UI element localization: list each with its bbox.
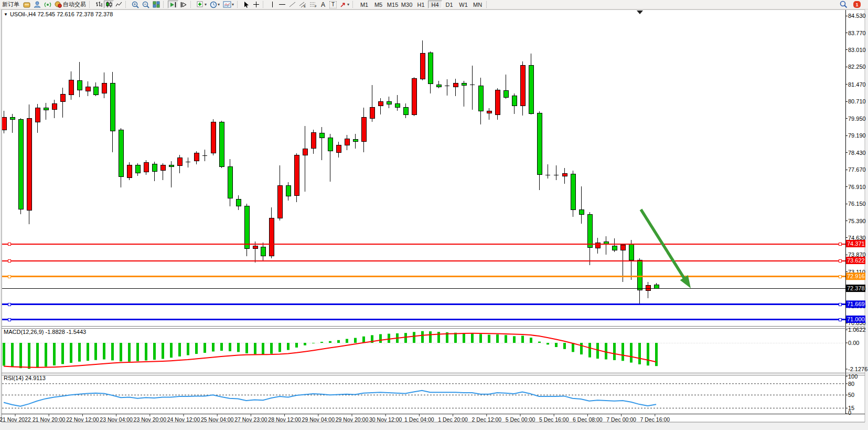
auto-trading-icon [55,1,62,8]
zoom-out-icon [142,1,149,8]
candle-body [487,111,491,113]
tile-windows-button[interactable] [151,1,162,8]
candle-body [345,139,349,145]
candle-body [52,103,57,109]
price-badge-label: 74.371 [847,240,865,247]
timeframe-m5[interactable]: M5 [371,1,385,8]
macd-bar [36,343,39,368]
candle-body [269,218,274,256]
timeframe-h1[interactable]: H1 [414,1,428,8]
candle-body [60,95,65,102]
timeframe-m1[interactable]: M1 [357,1,371,8]
new-order-button[interactable]: 新订单 [0,1,22,8]
line-handle[interactable] [8,318,11,321]
auto-trading-label: 自动交易 [63,1,86,8]
channel-tool-button[interactable]: E [297,1,308,8]
bar-chart-mode-button[interactable] [94,1,104,8]
candlestick-mode-button[interactable] [104,1,114,8]
collapse-icon[interactable]: ▼ [4,12,8,17]
line-handle[interactable] [839,303,842,306]
line-handle[interactable] [839,318,842,321]
candle-body [119,130,123,177]
macd-bar [278,343,281,352]
crosshair-tool-button[interactable] [251,1,261,8]
candle-body [420,54,425,79]
macd-bar [437,332,440,343]
price-tick-label: 78.430 [848,150,866,156]
line-chart-mode-button[interactable] [114,1,124,8]
timeframe-m30[interactable]: M30 [400,1,414,8]
rsi-tick-label: 80 [848,381,854,387]
line-handle[interactable] [839,275,842,278]
timeframe-group: M1M5M15M30H1H4D1W1MN [357,1,485,8]
price-tick-label: 83.010 [848,47,866,53]
timeframe-d1[interactable]: D1 [442,1,456,8]
macd-bar [170,343,173,358]
zoom-in-button[interactable] [130,1,141,8]
auto-scroll-icon [169,2,177,8]
candle-body [436,85,441,87]
text-tool-button[interactable]: A [318,1,328,8]
candle-body [261,247,265,256]
macd-bar [270,343,273,354]
time-tick-label: 23 Nov 20:00 [134,416,167,423]
candle-body [353,139,358,141]
cursor-tool-button[interactable] [242,1,251,8]
community-icon[interactable] [32,1,42,8]
candle-body [387,101,391,104]
zoom-out-button[interactable] [141,1,151,8]
macd-tick-label: -2.1276 [848,366,867,372]
candle-body [244,206,249,248]
macd-bar [70,343,72,363]
timeframe-mn[interactable]: MN [470,1,485,8]
arrow-shapes-icon [340,2,347,8]
line-handle[interactable] [8,259,11,262]
notification-badge[interactable]: 1 [853,1,861,8]
candle-body [571,174,575,209]
fibonacci-tool-button[interactable]: F [308,1,318,8]
macd-bar [178,343,181,356]
price-chart[interactable]: 84.53083.77083.01082.25081.47080.71079.9… [0,0,868,430]
line-handle[interactable] [8,303,11,306]
macd-bar [546,343,549,344]
trendline-tool-button[interactable] [287,1,297,8]
auto-trading-button[interactable]: 自动交易 [53,1,88,8]
macd-bar [563,343,566,349]
line-handle[interactable] [839,259,842,262]
macd-bar [580,343,583,354]
candle-body [428,53,433,84]
line-handle[interactable] [8,275,11,278]
price-badge-label: 73.622 [847,257,865,264]
periods-button[interactable]: ▾ [208,1,221,8]
time-tick-label: 25 Nov 04:00 [201,416,234,423]
line-chart-icon [115,1,122,8]
candle-body [219,122,224,166]
price-tick-label: 75.390 [848,218,866,224]
chart-shift-icon [180,2,187,8]
horizontal-line-tool-button[interactable] [277,1,287,8]
candle-body [412,78,416,114]
macd-bar [647,343,649,365]
macd-bar [638,343,641,364]
candle-body [169,165,174,166]
timeframe-h4[interactable]: H4 [428,1,442,8]
market-icon[interactable] [22,1,32,8]
signals-icon[interactable] [42,1,53,8]
timeframe-m15[interactable]: M15 [385,1,400,8]
candle-body [629,244,634,260]
time-tick-label: 6 Dec 08:00 [573,416,603,423]
timeframe-w1[interactable]: W1 [456,1,470,8]
label-t-icon: T [329,1,337,8]
templates-button[interactable]: ▾ [221,1,235,8]
macd-bar [262,343,264,355]
shapes-tool-button[interactable]: ▾ [338,1,351,8]
search-button[interactable] [838,1,849,8]
label-tool-button[interactable]: T [328,1,338,8]
vertical-line-tool-button[interactable] [267,1,277,8]
add-indicator-button[interactable]: ▾ [195,1,208,8]
auto-scroll-button[interactable] [168,1,178,8]
line-handle[interactable] [8,243,11,245]
chart-shift-button[interactable] [178,1,189,8]
line-handle[interactable] [839,243,842,245]
macd-bar [530,338,532,343]
